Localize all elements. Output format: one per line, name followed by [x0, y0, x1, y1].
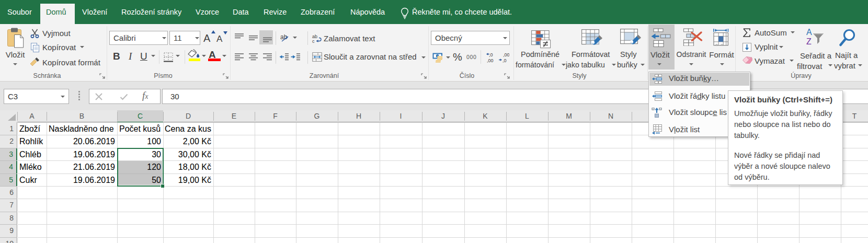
svg-text:,00: ,00 — [503, 52, 509, 57]
svg-text:,0: ,0 — [489, 52, 493, 57]
svg-text:Z: Z — [806, 37, 812, 45]
svg-text:c: c — [312, 39, 315, 43]
svg-text:,00: ,00 — [487, 58, 494, 63]
svg-text:,0: ,0 — [502, 58, 507, 63]
svg-text:A: A — [806, 28, 812, 37]
